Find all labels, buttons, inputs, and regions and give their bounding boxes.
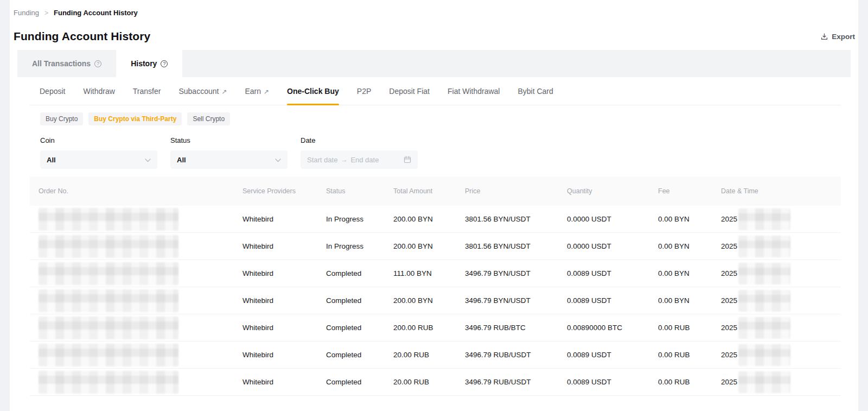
table-row[interactable]: Whitebird Completed 200.00 BYN 3496.79 B… — [30, 287, 841, 314]
subtab-subaccount[interactable]: Subaccount ↗ — [178, 77, 227, 105]
date-filter: Date Start date → End date — [301, 136, 418, 169]
export-button[interactable]: Export — [820, 33, 855, 41]
chip-label: Buy Crypto via Third-Party — [94, 115, 176, 123]
date-year: 2025 — [721, 215, 737, 223]
table-row[interactable]: Whitebird In Progress 200.00 BYN 3801.56… — [30, 233, 841, 260]
table-header-row: Order No.Service ProvidersStatusTotal Am… — [30, 176, 841, 206]
external-link-icon: ↗ — [264, 88, 269, 96]
help-icon: ? — [94, 60, 101, 67]
cell-fee: 0.00 RUB — [658, 324, 721, 332]
subtab-fiat-withdrawal[interactable]: Fiat Withdrawal — [448, 77, 500, 105]
column-header-quantity: Quantity — [567, 187, 658, 195]
cell-price: 3496.79 RUB/USDT — [465, 351, 567, 359]
redacted-date — [738, 344, 790, 366]
subtab-label: Deposit Fiat — [389, 87, 430, 96]
coin-select-value: All — [47, 156, 56, 164]
table-body: Whitebird In Progress 200.00 BYN 3801.56… — [30, 206, 841, 396]
cell-total-amount: 200.00 BYN — [393, 242, 465, 250]
breadcrumb-separator-icon: > — [44, 9, 48, 17]
chip-sell-crypto[interactable]: Sell Crypto — [187, 112, 230, 125]
subtab-deposit-fiat[interactable]: Deposit Fiat — [389, 77, 430, 105]
column-header-service-providers: Service Providers — [242, 187, 326, 195]
column-header-fee: Fee — [658, 187, 721, 195]
cell-status: Completed — [326, 269, 393, 277]
cell-fee: 0.00 RUB — [658, 351, 721, 359]
filters: Coin All Status All Date — [30, 136, 841, 169]
subtab-label: Fiat Withdrawal — [448, 87, 500, 96]
main-tabs: All Transactions ? History ? — [17, 50, 851, 77]
cell-quantity: 0.0089 USDT — [567, 296, 658, 305]
breadcrumb: Funding > Funding Account History — [10, 0, 858, 17]
cell-order-no — [30, 317, 242, 339]
column-header-price: Price — [465, 187, 567, 195]
cell-order-no — [30, 208, 242, 231]
column-header-status: Status — [326, 187, 393, 195]
export-label: Export — [832, 33, 855, 41]
help-icon: ? — [161, 60, 168, 67]
subtab-p2p[interactable]: P2P — [357, 77, 371, 105]
main-panel: Funding > Funding Account History Fundin… — [10, 0, 858, 411]
cell-date-time: 2025 — [721, 290, 841, 312]
cell-quantity: 0.0089 USDT — [567, 351, 658, 359]
redacted-order-no — [39, 289, 178, 312]
cell-total-amount: 20.00 RUB — [393, 351, 465, 359]
subtab-withdraw[interactable]: Withdraw — [83, 77, 114, 105]
download-icon — [820, 33, 828, 41]
subtab-transfer[interactable]: Transfer — [133, 77, 161, 105]
cell-date-time: 2025 — [721, 317, 841, 339]
cell-fee: 0.00 BYN — [658, 269, 721, 277]
table-row[interactable]: Whitebird Completed 20.00 RUB 3496.79 RU… — [30, 342, 841, 369]
chip-buy-crypto-via-third-party[interactable]: Buy Crypto via Third-Party — [88, 112, 182, 125]
table-row[interactable]: Whitebird Completed 20.00 RUB 3496.79 RU… — [30, 369, 841, 396]
subtab-bybit-card[interactable]: Bybit Card — [518, 77, 553, 105]
tab-all-transactions[interactable]: All Transactions ? — [17, 50, 116, 77]
cell-service-provider: Whitebird — [242, 296, 326, 305]
redacted-order-no — [39, 262, 178, 285]
cell-order-no — [30, 262, 242, 285]
subtab-deposit[interactable]: Deposit — [40, 77, 65, 105]
subtab-one-click-buy[interactable]: One-Click Buy — [287, 77, 339, 105]
redacted-order-no — [39, 317, 178, 339]
start-date-placeholder: Start date — [307, 156, 337, 164]
date-year: 2025 — [721, 351, 737, 359]
subtab-label: Transfer — [133, 87, 161, 96]
cell-total-amount: 200.00 BYN — [393, 296, 465, 305]
chip-buy-crypto[interactable]: Buy Crypto — [40, 112, 83, 125]
breadcrumb-parent[interactable]: Funding — [14, 9, 39, 17]
cell-fee: 0.00 BYN — [658, 296, 721, 305]
chevron-down-icon — [145, 155, 151, 165]
tab-history[interactable]: History ? — [116, 50, 182, 77]
subtab-label: P2P — [357, 87, 371, 96]
cell-fee: 0.00 BYN — [658, 242, 721, 250]
redacted-date — [738, 317, 790, 339]
cell-date-time: 2025 — [721, 344, 841, 366]
status-select[interactable]: All — [170, 150, 288, 169]
date-range-arrow-icon: → — [341, 156, 347, 163]
subtab-earn[interactable]: Earn ↗ — [245, 77, 269, 105]
external-link-icon: ↗ — [221, 88, 227, 96]
coin-select[interactable]: All — [40, 150, 157, 169]
cell-status: Completed — [326, 351, 393, 359]
chip-label: Buy Crypto — [46, 115, 78, 123]
cell-total-amount: 200.00 BYN — [393, 215, 465, 223]
table-row[interactable]: Whitebird Completed 111.00 BYN 3496.79 B… — [30, 260, 841, 287]
chip-label: Sell Crypto — [193, 115, 225, 123]
date-year: 2025 — [721, 378, 737, 386]
table-row[interactable]: Whitebird Completed 200.00 RUB 3496.79 R… — [30, 314, 841, 342]
date-year: 2025 — [721, 324, 737, 332]
column-header-order-no: Order No. — [30, 187, 242, 195]
cell-order-no — [30, 289, 242, 312]
cell-price: 3801.56 BYN/USDT — [465, 242, 567, 250]
redacted-date — [738, 371, 790, 393]
cell-fee: 0.00 BYN — [658, 215, 721, 223]
date-range-input[interactable]: Start date → End date — [301, 150, 418, 169]
cell-service-provider: Whitebird — [242, 269, 326, 277]
redacted-date — [738, 263, 790, 284]
subtab-label: Earn — [245, 87, 261, 96]
title-row: Funding Account History Export — [14, 30, 855, 43]
cell-price: 3496.79 RUB/USDT — [465, 378, 567, 386]
cell-status: Completed — [326, 296, 393, 305]
table-row[interactable]: Whitebird In Progress 200.00 BYN 3801.56… — [30, 206, 841, 233]
cell-status: In Progress — [326, 215, 393, 223]
tab-label: History — [131, 59, 157, 68]
